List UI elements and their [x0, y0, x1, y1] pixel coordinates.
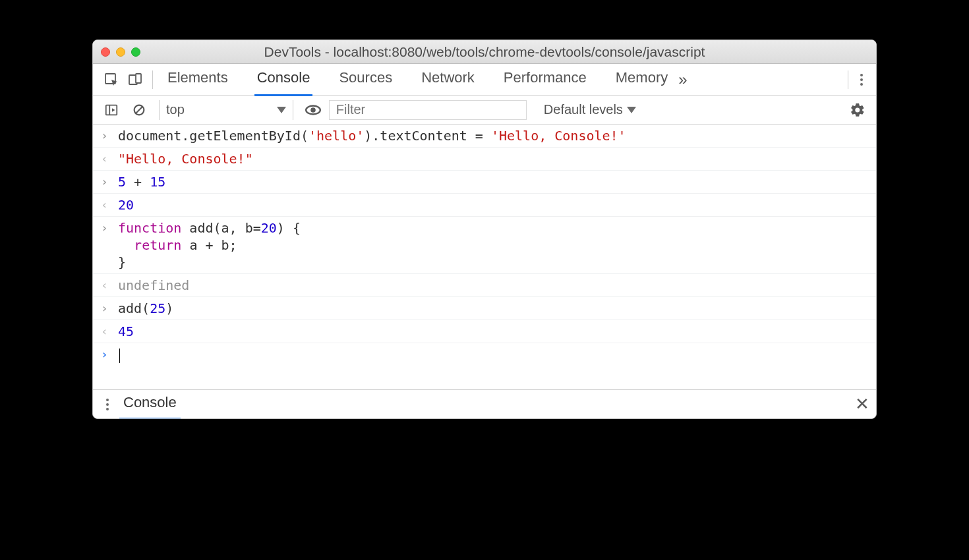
toggle-console-sidebar-icon[interactable] — [100, 98, 123, 122]
console-output-row: ‹undefined — [93, 274, 876, 297]
console-input-row: ›function add(a, b=20) { return a + b; } — [93, 217, 876, 274]
console-output-row: ‹"Hello, Console!" — [93, 148, 876, 171]
console-text: document.getElementById('hello').textCon… — [118, 127, 626, 144]
console-output[interactable]: ›document.getElementById('hello').textCo… — [93, 125, 876, 389]
console-text: 45 — [118, 323, 134, 340]
console-toolbar: top Default levels — [93, 96, 876, 125]
console-input-row: ›5 + 15 — [93, 171, 876, 194]
chevron-down-icon — [627, 107, 636, 113]
window-title: DevTools - localhost:8080/web/tools/chro… — [93, 44, 876, 60]
console-text: undefined — [118, 277, 189, 294]
console-output-row: ‹20 — [93, 194, 876, 217]
input-arrow-icon: › — [101, 219, 111, 237]
console-prompt-row[interactable]: › — [93, 343, 876, 389]
console-input-row: ›document.getElementById('hello').textCo… — [93, 125, 876, 148]
output-arrow-icon: ‹ — [101, 277, 111, 294]
output-arrow-icon: ‹ — [101, 150, 111, 167]
customize-devtools-button[interactable] — [854, 74, 869, 86]
svg-point-9 — [310, 107, 316, 113]
execution-context-selector[interactable]: top — [159, 100, 293, 120]
live-expression-icon[interactable] — [301, 98, 325, 122]
tab-memory[interactable]: Memory — [613, 63, 670, 96]
titlebar[interactable]: DevTools - localhost:8080/web/tools/chro… — [93, 40, 876, 64]
close-drawer-icon[interactable]: ✕ — [855, 394, 869, 414]
output-arrow-icon: ‹ — [101, 323, 111, 340]
input-arrow-icon: › — [101, 173, 111, 190]
chevron-down-icon — [277, 107, 286, 113]
tab-network[interactable]: Network — [419, 63, 477, 96]
console-input-row: ›add(25) — [93, 297, 876, 320]
panel-tabs: Elements Console Sources Network Perform… — [165, 63, 670, 96]
drawer-menu-button[interactable] — [100, 399, 115, 410]
input-arrow-icon: › — [101, 127, 111, 144]
clear-console-icon[interactable] — [127, 98, 151, 122]
devtools-window: DevTools - localhost:8080/web/tools/chro… — [92, 40, 877, 419]
console-text — [118, 346, 120, 363]
tab-console[interactable]: Console — [254, 63, 313, 96]
log-levels-label: Default levels — [544, 102, 623, 117]
svg-rect-3 — [106, 105, 117, 115]
prompt-arrow-icon: › — [101, 346, 111, 363]
console-text: 5 + 15 — [118, 173, 165, 190]
console-text: "Hello, Console!" — [118, 150, 253, 167]
divider — [152, 70, 153, 89]
console-text: add(25) — [118, 300, 173, 317]
filter-input[interactable] — [329, 100, 527, 120]
drawer-tab-console[interactable]: Console — [119, 389, 181, 419]
console-text: function add(a, b=20) { return a + b; } — [118, 219, 301, 271]
svg-marker-5 — [112, 108, 115, 112]
console-settings-icon[interactable] — [846, 98, 869, 122]
log-levels-selector[interactable]: Default levels — [544, 102, 636, 117]
svg-line-7 — [136, 106, 143, 113]
tab-sources[interactable]: Sources — [336, 63, 395, 96]
tab-elements[interactable]: Elements — [165, 63, 231, 96]
tab-performance[interactable]: Performance — [501, 63, 589, 96]
console-output-row: ‹45 — [93, 320, 876, 343]
text-cursor — [119, 349, 120, 363]
output-arrow-icon: ‹ — [101, 196, 111, 213]
device-toolbar-icon[interactable] — [123, 68, 147, 92]
input-arrow-icon: › — [101, 300, 111, 317]
execution-context-label: top — [166, 102, 185, 117]
inspect-element-icon[interactable] — [100, 68, 123, 92]
divider — [848, 70, 848, 89]
more-tabs-button[interactable]: » — [670, 70, 695, 89]
svg-rect-2 — [136, 74, 141, 83]
drawer: Console ✕ — [93, 389, 876, 418]
main-tabbar: Elements Console Sources Network Perform… — [93, 64, 876, 96]
console-text: 20 — [118, 196, 134, 213]
